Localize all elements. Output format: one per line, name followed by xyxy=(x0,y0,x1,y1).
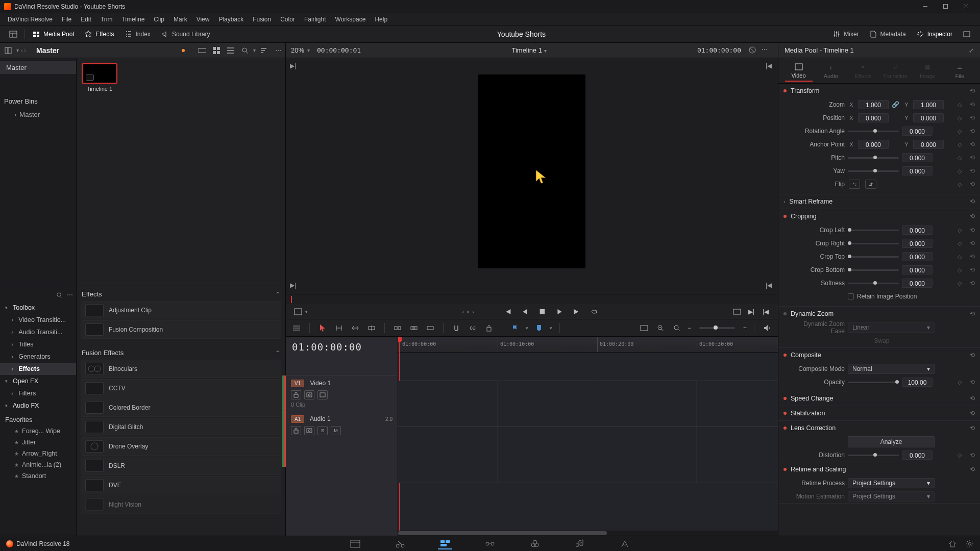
bin-grid[interactable]: Timeline 1 xyxy=(77,58,285,286)
retime-title[interactable]: Retime and Scaling xyxy=(791,466,966,473)
rotation-slider[interactable] xyxy=(848,131,899,132)
crop-right-field[interactable]: 0.000 xyxy=(902,239,933,248)
loop-button[interactable] xyxy=(589,306,601,318)
sort-icon[interactable] xyxy=(258,45,270,56)
transform-reset-icon[interactable]: ⟲ xyxy=(970,87,975,94)
page-deliver[interactable] xyxy=(618,538,632,549)
insp-tab-image[interactable]: ▦Image xyxy=(914,61,941,81)
zoom-in-icon[interactable]: + xyxy=(743,324,747,332)
menu-view[interactable]: View xyxy=(192,13,214,26)
insp-tab-video[interactable]: Video xyxy=(785,60,813,82)
menu-timeline[interactable]: Timeline xyxy=(117,13,149,26)
fx-drone-overlay[interactable]: Drone Overlay xyxy=(81,437,281,456)
viewer-canvas-area[interactable]: ▶| |◀ ▶| |◀ xyxy=(286,58,778,294)
lock-icon[interactable] xyxy=(483,322,495,334)
reset-icon[interactable]: ⟲ xyxy=(970,128,975,135)
menu-fairlight[interactable]: Fairlight xyxy=(300,13,331,26)
composite-enable-dot[interactable] xyxy=(783,354,787,357)
a1-badge[interactable]: A1 xyxy=(291,415,304,423)
fx-binoculars[interactable]: Binoculars xyxy=(81,360,281,378)
keyframe-icon[interactable] xyxy=(958,101,965,108)
pos-y-field[interactable]: 0.000 xyxy=(913,113,944,122)
fx-titles[interactable]: Titles xyxy=(0,338,76,350)
replace-clip-icon[interactable] xyxy=(425,322,436,334)
clip-timeline1[interactable]: Timeline 1 xyxy=(82,63,117,92)
match-frame-icon[interactable] xyxy=(731,306,743,318)
crop-title[interactable]: Cropping xyxy=(791,213,966,220)
reset-icon[interactable]: ⟲ xyxy=(970,466,975,473)
transform-overlay-icon[interactable] xyxy=(292,306,304,318)
dynzoom-swap-label[interactable]: Swap xyxy=(874,337,889,344)
overlay-chevron[interactable]: ▾ xyxy=(305,309,308,314)
reset-icon[interactable]: ⟲ xyxy=(970,352,975,359)
inspector-btn[interactable]: Inspector xyxy=(911,27,958,41)
fx-adjustment-clip[interactable]: Adjustment Clip xyxy=(81,301,281,319)
keyframe-icon[interactable] xyxy=(958,379,965,386)
stab-enable-dot[interactable] xyxy=(783,412,787,415)
fx-section-fusion[interactable]: Fusion Effects xyxy=(82,349,275,357)
keyframe-icon[interactable] xyxy=(958,240,965,247)
reset-icon[interactable]: ⟲ xyxy=(970,198,975,205)
overwrite-clip-icon[interactable] xyxy=(408,322,420,334)
menu-clip[interactable]: Clip xyxy=(149,13,169,26)
menu-file[interactable]: File xyxy=(57,13,76,26)
fav-standort[interactable]: Standort xyxy=(0,470,76,482)
dynzoom-title[interactable]: Dynamic Zoom xyxy=(791,310,966,317)
reset-icon[interactable]: ⟲ xyxy=(970,213,975,220)
menu-edit[interactable]: Edit xyxy=(76,13,96,26)
prev-edit-icon[interactable]: ▶| xyxy=(290,282,298,290)
next-edit-icon[interactable]: |◀ xyxy=(766,282,774,290)
fx-video-trans[interactable]: Video Transitio... xyxy=(0,314,76,326)
power-bin-master[interactable]: Master xyxy=(0,108,76,121)
stab-title[interactable]: Stabilization xyxy=(791,410,966,417)
keyframe-icon[interactable] xyxy=(958,227,965,234)
effects-btn[interactable]: Effects xyxy=(79,27,119,41)
keyframe-icon[interactable] xyxy=(958,167,965,174)
fx-audio-trans[interactable]: Audio Transiti... xyxy=(0,326,76,338)
a1-auto-icon[interactable] xyxy=(304,426,314,435)
blade-tool[interactable] xyxy=(366,322,377,334)
dynamic-trim-tool[interactable] xyxy=(350,322,361,334)
reset-icon[interactable]: ⟲ xyxy=(970,167,975,174)
menu-mark[interactable]: Mark xyxy=(169,13,192,26)
zoom-chevron[interactable]: ▾ xyxy=(307,47,310,53)
more-icon[interactable]: ⋯ xyxy=(273,45,284,56)
last-frame-button[interactable] xyxy=(571,306,583,318)
chevron-up-icon[interactable]: ⌃ xyxy=(275,349,280,357)
anchor-y-field[interactable]: 0.000 xyxy=(913,140,944,149)
marker-chevron[interactable]: ▾ xyxy=(550,325,552,331)
fx-effects[interactable]: Effects xyxy=(0,363,76,375)
reset-icon[interactable]: ⟲ xyxy=(970,452,975,459)
reset-icon[interactable]: ⟲ xyxy=(970,253,975,260)
anchor-x-field[interactable]: 0.000 xyxy=(858,140,889,149)
prev-frame-button[interactable] xyxy=(519,306,531,318)
marker-icon[interactable] xyxy=(533,322,545,334)
settings-icon[interactable] xyxy=(966,540,974,548)
timeline-chevron[interactable]: ▾ xyxy=(544,48,547,54)
reset-icon[interactable]: ⟲ xyxy=(970,310,975,317)
menu-color[interactable]: Color xyxy=(276,13,300,26)
fx-openfx[interactable]: Open FX xyxy=(0,375,76,387)
inspector-expand-icon[interactable]: ⤢ xyxy=(969,47,974,54)
reset-icon[interactable]: ⟲ xyxy=(970,154,975,161)
chevron-up-icon[interactable]: ⌃ xyxy=(275,291,280,298)
a1-mute-icon[interactable]: M xyxy=(331,426,341,435)
viewer-zoom[interactable]: 20% xyxy=(291,46,304,54)
bin-list-toggle[interactable] xyxy=(2,44,14,57)
marker-dot-icon[interactable]: • xyxy=(467,309,469,315)
composite-title[interactable]: Composite xyxy=(791,352,966,359)
fav-jitter[interactable]: Jitter xyxy=(0,437,76,448)
zoom-x-field[interactable]: 1.000 xyxy=(858,100,889,109)
v1-lock-icon[interactable] xyxy=(291,390,301,399)
nav-back[interactable]: ‹ xyxy=(21,47,23,54)
keyframe-icon[interactable] xyxy=(958,452,965,459)
retime-enable-dot[interactable] xyxy=(783,468,787,471)
fx-section-effects[interactable]: Effects xyxy=(82,290,275,298)
smart-reframe-chevron[interactable]: › xyxy=(783,199,785,205)
play-button[interactable] xyxy=(554,306,566,318)
reset-icon[interactable]: ⟲ xyxy=(970,266,975,273)
pitch-slider[interactable] xyxy=(848,157,899,159)
dynzoom-ease-select[interactable]: Linear▾ xyxy=(848,322,935,333)
fx-dve[interactable]: DVE xyxy=(81,476,281,494)
yaw-slider[interactable] xyxy=(848,170,899,172)
